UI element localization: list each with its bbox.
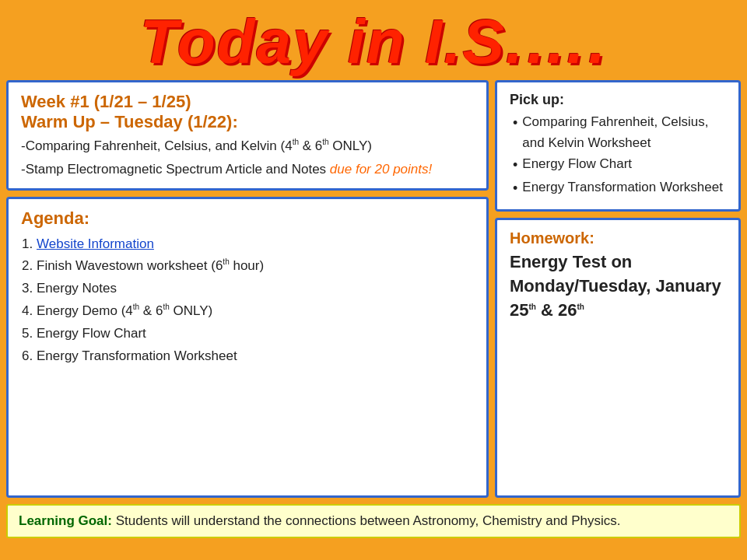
agenda-item-3: Energy Notes [37,278,474,300]
agenda-header: Agenda: [21,208,474,229]
pickup-item-3: Energy Transformation Worksheet [513,177,726,200]
week-item2: -Stamp Electromagnetic Spectrum Article … [21,160,474,179]
pickup-box: Pick up: Comparing Fahrenheit, Celsius, … [495,80,741,212]
highlight-text: due for 20 points! [330,162,432,177]
agenda-item-4: Energy Demo (4th & 6th ONLY) [37,300,474,323]
homework-box: Homework: Energy Test on Monday/Tuesday,… [495,218,741,498]
pickup-item-1: Comparing Fahrenheit, Celsius, and Kelvi… [513,111,726,153]
agenda-item-2: Finish Wavestown worksheet (6th hour) [37,255,474,278]
week-item1: -Comparing Fahrenheit, Celsius, and Kelv… [21,137,474,156]
learning-goal-text: Students will understand the connections… [116,513,621,528]
warmup-header: Warm Up – Tuesday (1/22): [21,112,474,132]
agenda-list: Website Information Finish Wavestown wor… [37,233,474,368]
learning-goal-label: Learning Goal: [19,513,112,528]
learning-goal-box: Learning Goal: Students will understand … [6,504,741,538]
agenda-box: Agenda: Website Information Finish Waves… [6,197,489,498]
week-box: Week #1 (1/21 – 1/25) Warm Up – Tuesday … [6,80,489,191]
agenda-item-6: Energy Transformation Worksheet [37,345,474,368]
website-information-link[interactable]: Website Information [37,236,154,251]
homework-content: Energy Test on Monday/Tuesday, January 2… [510,250,726,322]
title-heading: Today in I.S.…. [16,8,731,76]
agenda-item-1: Website Information [37,233,474,256]
pickup-list: Comparing Fahrenheit, Celsius, and Kelvi… [510,111,726,200]
pickup-label: Pick up: [510,92,726,108]
agenda-item-5: Energy Flow Chart [37,323,474,345]
pickup-item-2: Energy Flow Chart [513,153,726,177]
week-header: Week #1 (1/21 – 1/25) [21,92,474,112]
homework-header: Homework: [510,229,726,247]
main-title: Today in I.S.…. [0,0,747,80]
